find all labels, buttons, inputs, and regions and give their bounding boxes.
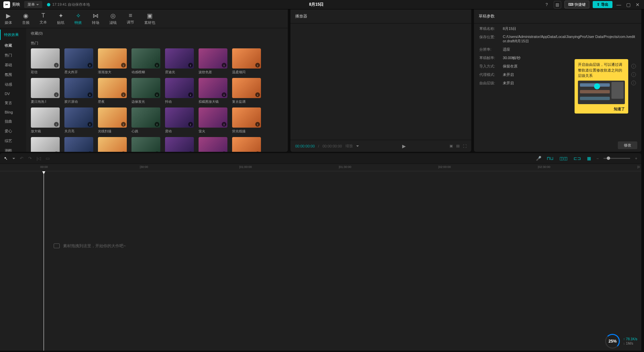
effect-item[interactable]: ↓光线扫描 (98, 107, 127, 134)
download-icon[interactable]: ↓ (255, 92, 260, 97)
window-minimize[interactable]: — (616, 2, 622, 7)
effect-item[interactable]: ↓复古盐调 (232, 78, 261, 104)
download-icon[interactable]: ↓ (155, 63, 159, 68)
fullscreen-icon[interactable]: ⛶ (463, 144, 467, 148)
side-tab-复古[interactable]: 复古 (0, 98, 26, 108)
download-icon[interactable]: ↓ (222, 63, 226, 68)
effect-item[interactable]: ↓荧光线描 (232, 107, 261, 134)
top-tab-调节[interactable]: ≡调节 (125, 11, 136, 26)
zoom-out-icon[interactable]: − (596, 156, 599, 161)
download-icon[interactable]: ↓ (54, 92, 59, 97)
info-icon[interactable]: i (631, 72, 636, 77)
export-button[interactable]: ⇪ 导出 (593, 1, 612, 8)
help-icon[interactable]: ? (543, 1, 550, 8)
effect-item[interactable]: ↓ (199, 137, 227, 152)
effect-item[interactable]: ↓ (232, 137, 261, 152)
download-icon[interactable]: ↓ (255, 151, 260, 152)
effect-item[interactable]: ↓霓迪光 (165, 48, 194, 75)
pointer-tool[interactable]: ↖ (4, 156, 8, 161)
top-tab-贴纸[interactable]: ✦贴纸 (56, 11, 66, 26)
download-icon[interactable]: ↓ (54, 151, 59, 152)
zoom-slider[interactable] (603, 158, 630, 159)
mic-icon[interactable]: 🎤 (536, 156, 541, 161)
effect-item[interactable]: ↓ (98, 137, 127, 152)
info-icon[interactable]: i (631, 64, 636, 69)
download-icon[interactable]: ↓ (121, 151, 126, 152)
effect-item[interactable]: ↓拟截图放大镜 (199, 78, 227, 104)
preview-tool[interactable]: ▦ (586, 155, 592, 162)
chevron-down-icon[interactable] (12, 158, 15, 159)
align-tool[interactable]: ⊏⊐ (573, 155, 582, 162)
layout-icon[interactable]: ▥ (554, 1, 561, 8)
side-tab-扭曲[interactable]: 扭曲 (0, 117, 26, 126)
play-button[interactable]: ▶ (402, 143, 406, 149)
magnet-tool[interactable]: ⊓⊔ (546, 155, 554, 162)
undo-button[interactable]: ↶ (20, 156, 23, 161)
link-tool[interactable]: ◫◫ (559, 155, 568, 162)
side-tab-爱心[interactable]: 爱心 (0, 126, 26, 136)
download-icon[interactable]: ↓ (121, 92, 126, 97)
shortcut-button[interactable]: ⌨ 快捷键 (565, 1, 589, 8)
player-viewport[interactable] (290, 24, 471, 140)
ratio-icon[interactable]: ▤ (456, 144, 460, 148)
effects-grid-area[interactable]: 收藏(0) 热门 ↓彩信↓星火炸开↓渐渐放大↓动感模糊↓霓迪光↓波纹色差↓温柔细… (26, 28, 288, 152)
effect-item[interactable]: ↓抖动 (165, 78, 194, 104)
top-tab-滤镜[interactable]: ◎滤镜 (108, 11, 118, 26)
snapshot-icon[interactable]: ▣ (449, 144, 453, 148)
download-icon[interactable]: ↓ (121, 63, 126, 68)
effect-item[interactable]: ↓星火炸开 (64, 48, 93, 75)
effect-item[interactable]: ↓温柔细闪 (232, 48, 261, 75)
download-icon[interactable]: ↓ (155, 92, 159, 97)
effect-item[interactable]: ↓夏日泡泡 I (31, 78, 60, 104)
timeline-ruler[interactable]: 00:00|30:00|01:00:00|01:30:00|02:00:00|0… (0, 164, 641, 171)
zoom-in-icon[interactable]: + (635, 156, 637, 161)
download-icon[interactable]: ↓ (54, 63, 59, 68)
delete-tool[interactable]: ▭ (46, 156, 50, 161)
download-icon[interactable]: ↓ (255, 122, 260, 127)
effect-item[interactable]: ↓萤火 (199, 107, 227, 134)
top-tab-音频[interactable]: ◉音频 (21, 11, 31, 26)
info-icon[interactable]: i (631, 81, 636, 85)
effect-item[interactable]: ↓放大镜 (31, 107, 60, 134)
effect-item[interactable]: ↓彩信 (31, 48, 60, 75)
top-tab-媒体[interactable]: ▶媒体 (3, 11, 13, 26)
download-icon[interactable]: ↓ (188, 92, 193, 97)
effect-item[interactable]: ↓胶片滚动 (64, 78, 93, 104)
modify-button[interactable]: 修改 (618, 141, 637, 149)
download-icon[interactable]: ↓ (155, 122, 159, 127)
effect-item[interactable]: ↓心跳 (131, 107, 160, 134)
effect-item[interactable]: ↓ (64, 137, 93, 152)
effect-item[interactable]: ↓震动 (165, 107, 194, 134)
download-icon[interactable]: ↓ (88, 63, 92, 68)
side-tab-综艺[interactable]: 综艺 (0, 136, 26, 146)
menu-button[interactable]: 菜单 (24, 1, 42, 8)
effect-item[interactable]: ↓关月亮 (64, 107, 93, 134)
effect-item[interactable]: ↓渐渐放大 (98, 48, 127, 75)
download-icon[interactable]: ↓ (121, 122, 126, 127)
top-tab-特效[interactable]: ✧特效 (73, 11, 83, 26)
download-icon[interactable]: ↓ (222, 92, 226, 97)
side-tab-潮酷[interactable]: 潮酷 (0, 146, 26, 152)
top-tab-文本[interactable]: T文本 (38, 11, 48, 26)
download-icon[interactable]: ↓ (188, 122, 193, 127)
side-tab-基础[interactable]: 基础 (0, 60, 26, 70)
download-icon[interactable]: ↓ (88, 92, 92, 97)
download-icon[interactable]: ↓ (155, 151, 159, 152)
side-tab-Bling[interactable]: Bling (0, 108, 26, 117)
chevron-down-icon[interactable] (356, 145, 359, 147)
timeline-tracks[interactable]: 素材拖拽到这里，开始你的大作吧~ (0, 171, 641, 351)
effect-item[interactable]: ↓波纹色差 (199, 48, 227, 75)
window-close[interactable]: ✕ (635, 2, 641, 7)
effect-item[interactable]: ↓星夜 (98, 78, 127, 104)
side-tab-氛围[interactable]: 氛围 (0, 70, 26, 80)
download-icon[interactable]: ↓ (255, 63, 260, 68)
top-tab-转场[interactable]: ⋈转场 (91, 11, 101, 26)
side-tab-DV[interactable]: DV (0, 89, 26, 98)
effect-item[interactable]: ↓ (165, 137, 194, 152)
download-icon[interactable]: ↓ (54, 122, 59, 127)
side-tab-热门[interactable]: 热门 (0, 50, 26, 60)
top-tab-素材包[interactable]: ▣素材包 (143, 11, 157, 26)
effect-item[interactable]: ↓ (31, 137, 60, 152)
effect-item[interactable]: ↓边缘发光 (131, 78, 160, 104)
window-maximize[interactable]: ▢ (625, 2, 631, 7)
